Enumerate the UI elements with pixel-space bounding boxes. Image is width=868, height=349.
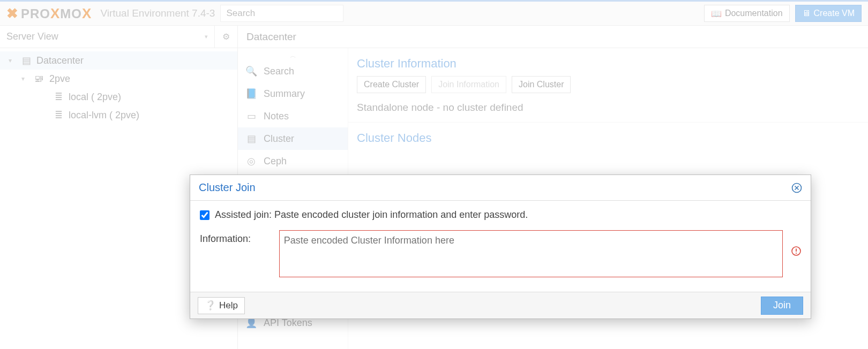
tree-header: Server View ▾ ⚙	[0, 26, 237, 48]
btn-label: Join Cluster	[519, 80, 564, 89]
help-button[interactable]: ❔ Help	[198, 297, 245, 314]
svg-point-3	[796, 253, 797, 254]
notes-icon: ▭	[245, 110, 257, 122]
storage-icon: ≣	[53, 91, 64, 103]
tree-item-datacenter[interactable]: ▾ ▤ Datacenter	[0, 51, 237, 70]
dialog-title: Cluster Join	[199, 181, 256, 194]
tree-label: local-lvm ( 2pve)	[69, 110, 139, 121]
chevron-down-icon: ▾	[205, 33, 208, 40]
tree-label: 2pve	[49, 73, 70, 85]
sidemenu-label: Search	[264, 66, 294, 77]
join-cluster-button[interactable]: Join Cluster	[512, 76, 571, 93]
resource-tree: ▾ ▤ Datacenter ▾ 🖳 2pve ≣ local ( 2pve) …	[0, 48, 237, 127]
dialog-footer: ❔ Help Join	[190, 292, 811, 318]
assisted-join-label: Assisted join: Paste encoded cluster joi…	[215, 209, 528, 221]
join-label: Join	[773, 300, 791, 310]
breadcrumb-text: Datacenter	[246, 31, 296, 43]
datacenter-icon: ▤	[20, 55, 32, 66]
breadcrumb: Datacenter	[238, 26, 868, 48]
book-icon: 📖	[711, 9, 722, 19]
book-icon: 📘	[245, 88, 257, 100]
collapse-icon[interactable]: ︿	[238, 51, 348, 60]
global-search-input[interactable]	[220, 5, 343, 22]
tree-item-storage-local[interactable]: ≣ local ( 2pve)	[0, 88, 237, 106]
error-icon	[791, 246, 801, 256]
dialog-close-button[interactable]	[791, 183, 802, 193]
sidemenu-cluster[interactable]: ▤Cluster	[238, 127, 348, 150]
dialog-header: Cluster Join	[190, 175, 811, 201]
expand-icon: ▾	[9, 57, 16, 64]
tree-item-node[interactable]: ▾ 🖳 2pve	[0, 70, 237, 88]
storage-icon: ≣	[53, 109, 64, 121]
server-view-label: Server View	[6, 31, 58, 42]
node-icon: 🖳	[33, 73, 45, 85]
close-icon	[791, 183, 802, 193]
logo-x-icon: ✖	[6, 5, 19, 22]
create-vm-label: Create VM	[814, 9, 855, 18]
logo-text: PROXMOX	[21, 5, 92, 22]
tree-label: Datacenter	[36, 55, 84, 66]
sidemenu-summary[interactable]: 📘Summary	[238, 82, 348, 105]
help-label: Help	[219, 300, 238, 311]
join-information-button: Join Information	[431, 76, 506, 93]
help-icon: ❔	[205, 300, 216, 311]
documentation-label: Documentation	[725, 9, 783, 18]
create-cluster-button[interactable]: Create Cluster	[357, 76, 426, 93]
expand-icon: ▾	[21, 75, 29, 82]
sidemenu-label: Summary	[264, 88, 305, 100]
btn-label: Create Cluster	[364, 80, 419, 89]
btn-label: Join Information	[438, 80, 499, 89]
assisted-join-checkbox[interactable]	[200, 210, 209, 220]
server-view-selector[interactable]: Server View ▾	[0, 26, 215, 48]
sidemenu-search[interactable]: 🔍Search	[238, 60, 348, 82]
information-label: Information:	[200, 230, 275, 245]
sidemenu-label: Notes	[264, 111, 289, 122]
cluster-button-row: Create Cluster Join Information Join Clu…	[348, 76, 868, 100]
create-vm-button[interactable]: 🖥 Create VM	[795, 5, 862, 22]
standalone-text: Standalone node - no cluster defined	[348, 100, 868, 122]
documentation-button[interactable]: 📖 Documentation	[704, 5, 790, 22]
gear-icon: ⚙	[222, 32, 230, 42]
cluster-icon: ▤	[245, 133, 257, 145]
env-label: Virtual Environment 7.4-3	[100, 7, 215, 19]
information-textarea[interactable]	[279, 230, 783, 277]
monitor-icon: 🖥	[802, 9, 811, 18]
information-field-row: Information:	[200, 230, 801, 277]
cluster-join-dialog: Cluster Join Assisted join: Paste encode…	[190, 174, 811, 319]
tree-item-storage-lvm[interactable]: ≣ local-lvm ( 2pve)	[0, 106, 237, 124]
assisted-join-row: Assisted join: Paste encoded cluster joi…	[200, 209, 801, 221]
join-button[interactable]: Join	[761, 297, 803, 315]
sidemenu-label: Cluster	[264, 133, 294, 145]
sidemenu-label: Ceph	[264, 156, 287, 167]
sidemenu-ceph[interactable]: ◎Ceph	[238, 150, 348, 172]
tree-label: local ( 2pve)	[69, 92, 121, 103]
search-icon: 🔍	[245, 65, 257, 77]
tree-settings-button[interactable]: ⚙	[215, 26, 237, 48]
cluster-info-title: Cluster Information	[348, 48, 868, 76]
logo: ✖ PROXMOX	[6, 5, 92, 22]
top-bar: ✖ PROXMOX Virtual Environment 7.4-3 📖 Do…	[0, 0, 868, 26]
sidemenu-notes[interactable]: ▭Notes	[238, 105, 348, 127]
cluster-nodes-title: Cluster Nodes	[348, 123, 868, 150]
dialog-body: Assisted join: Paste encoded cluster joi…	[190, 201, 811, 292]
ceph-icon: ◎	[245, 155, 257, 167]
